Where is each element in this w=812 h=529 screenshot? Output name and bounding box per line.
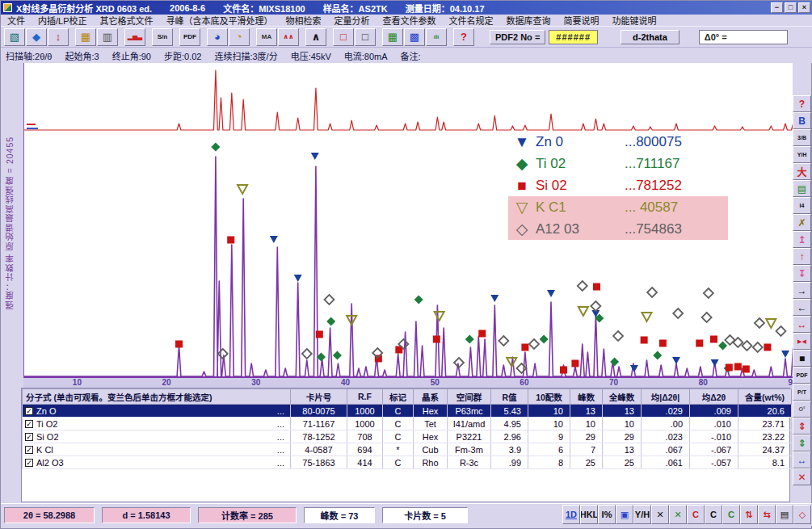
oned-icon[interactable]: 1D [562, 505, 580, 524]
formula-ellipsis: ... [277, 419, 288, 429]
phase-checkbox[interactable]: ✓ [25, 459, 33, 467]
legend-phase-name: Ti 02 [536, 156, 625, 172]
left-arrow-icon[interactable]: ← [793, 299, 811, 316]
pie-chart-icon[interactable]: ◕ [207, 28, 228, 46]
close-button[interactable]: × [798, 2, 810, 13]
h-arrows-blue-icon[interactable]: ↔ [793, 451, 811, 468]
phase-checkbox[interactable]: ✓ [25, 407, 33, 415]
menu-item-1[interactable]: 内插/LP校正 [32, 14, 94, 27]
menu-item-2[interactable]: 其它格式文件 [94, 14, 160, 27]
table-row-zn-o[interactable]: ✓Zn O...80-00751000CHexP63mc5.43101313.0… [23, 405, 792, 418]
marker-diamond-filled [211, 143, 220, 152]
ipercent-icon[interactable]: I% [598, 505, 616, 524]
delta-zero-field[interactable]: Δ0° = [699, 30, 788, 44]
updown-icon[interactable]: ⇅ [740, 505, 758, 524]
x-black-icon[interactable]: ✕ [651, 505, 669, 524]
phase-checkbox[interactable]: ✓ [25, 420, 33, 428]
v-expand-red-icon[interactable]: ⇕ [793, 418, 811, 435]
open-file-icon[interactable]: ▧ [4, 28, 25, 46]
pdf-card-icon[interactable]: PDF [179, 28, 200, 46]
hkl-icon[interactable]: HKL [580, 505, 598, 524]
intensity-icon[interactable]: I4 [793, 197, 811, 214]
pdf-icon[interactable]: PDF [793, 367, 811, 384]
print-icon[interactable]: ▥ [97, 28, 118, 46]
cell-avgabs: .00 [642, 418, 690, 430]
cell-avg: .010 [690, 418, 738, 430]
down-to-bar-icon[interactable]: ↧ [793, 265, 811, 282]
erase-icon[interactable]: ✗ [793, 214, 811, 231]
help-icon[interactable]: ? [453, 28, 474, 46]
table-row-al2-o3[interactable]: ✓Al2 O3...75-1863414CRhoR-3c.9982525.061… [23, 456, 792, 469]
layers-icon[interactable]: ▤ [793, 180, 811, 197]
menu-item-10[interactable]: 功能键说明 [606, 14, 663, 27]
red-frame-icon[interactable]: □ [333, 28, 354, 46]
d-2theta-button[interactable]: d-2thata [621, 30, 679, 44]
pie-chart2-icon[interactable]: ◔ [229, 28, 250, 46]
table-row-si-o2[interactable]: ✓Si O2...78-1252708CHexP32212.9692929.02… [23, 430, 792, 443]
cell-m10: 10 [528, 405, 570, 418]
cell-r: 3.9 [491, 443, 528, 456]
x-green-icon[interactable]: ✕ [669, 505, 687, 524]
up-to-bar-icon[interactable]: ↥ [793, 231, 811, 248]
menu-item-4[interactable]: 物相检索 [280, 14, 328, 27]
x-tick: 30 [251, 378, 260, 387]
smooth-icon[interactable]: S/n [152, 28, 173, 46]
bold-b-icon[interactable]: B [793, 112, 811, 129]
histogram-icon[interactable]: ▂▅▃ [124, 28, 145, 46]
frame-icon[interactable]: □ [355, 28, 376, 46]
formula-ellipsis: ... [277, 432, 288, 442]
phase-legend: ▼Zn 0...800075◆Ti 02...711167■Si 02...78… [508, 131, 728, 240]
legend-row-4[interactable]: ◇A12 03...754863 [508, 218, 728, 240]
c-green-icon[interactable]: C [722, 505, 740, 524]
blue-square-icon[interactable]: ▣ [616, 505, 633, 524]
menu-item-9[interactable]: 简要说明 [557, 14, 606, 27]
diamond-icon[interactable]: ◆ [26, 28, 47, 46]
diamond-icon[interactable]: ◇ [793, 505, 811, 524]
table-row-k-cl[interactable]: ✓K Cl...4-0587694*CubFm-3m3.96713.067-.0… [23, 443, 792, 456]
stop-icon[interactable]: ■ [793, 350, 811, 367]
phase-checkbox[interactable]: ✓ [25, 446, 33, 454]
bowtie-icon[interactable]: ▶◀ [793, 333, 811, 350]
h-expand-icon[interactable]: ↔ [793, 316, 811, 333]
cell-rf: 694 [347, 443, 383, 456]
list-icon[interactable]: ▤ [776, 505, 793, 524]
legend-row-3[interactable]: ▽K C1... 40587 [508, 196, 728, 218]
scan-param-4: 连续扫描:3度/分 [214, 49, 277, 62]
sort-arrows-icon[interactable]: ↕ [48, 28, 69, 46]
up-arrow-icon[interactable]: ↑ [793, 248, 811, 265]
v-expand-green-icon[interactable]: ⇕ [793, 435, 811, 451]
swap-icon[interactable]: ⇆ [758, 505, 776, 524]
legend-row-2[interactable]: ■Si 02...781252 [508, 174, 728, 196]
menu-item-3[interactable]: 寻峰（含本底及平滑处理） [160, 14, 280, 27]
menu-item-6[interactable]: 查看文件参数 [377, 14, 443, 27]
peak-fit-icon[interactable]: ∧∧ [278, 28, 299, 46]
lambda-icon[interactable]: ∧ [305, 28, 326, 46]
c-black-icon[interactable]: C [705, 505, 722, 524]
p-over-t-icon[interactable]: P/T [793, 384, 811, 401]
right-arrow-icon[interactable]: → [793, 282, 811, 299]
ma-icon[interactable]: MA [256, 28, 277, 46]
menu-item-7[interactable]: 文件名规定 [443, 14, 500, 27]
zero-degree-icon[interactable]: O° [793, 401, 811, 418]
save-icon[interactable]: ▦ [75, 28, 96, 46]
y-over-h-icon[interactable]: Y/H [793, 146, 811, 163]
restore-button[interactable]: □ [785, 2, 797, 13]
screen-icon[interactable]: ▩ [404, 28, 425, 46]
table-row-ti-o2[interactable]: ✓Ti O2...71-11671000CTetI41/amd4.9510101… [23, 418, 792, 430]
c-red-icon[interactable]: C [687, 505, 705, 524]
grid-icon[interactable]: ▦ [382, 28, 403, 46]
close-x-icon[interactable]: ✕ [793, 468, 811, 485]
menu-item-0[interactable]: 文件 [1, 14, 32, 27]
minimize-button[interactable]: − [771, 2, 783, 13]
phase-checkbox[interactable]: ✓ [25, 433, 33, 441]
legend-row-0[interactable]: ▼Zn 0...800075 [508, 131, 728, 153]
menu-item-5[interactable]: 定量分析 [328, 14, 377, 27]
menu-item-8[interactable]: 数据库查询 [500, 14, 557, 27]
y-over-h-icon[interactable]: Y/H [633, 505, 651, 524]
bars-icon[interactable]: ılı [426, 28, 447, 46]
help-icon[interactable]: ? [793, 95, 811, 112]
pdf2-input[interactable]: ###### [549, 30, 598, 44]
legend-row-1[interactable]: ◆Ti 02...711167 [508, 153, 728, 174]
three-over-b-icon[interactable]: 3/B [793, 129, 811, 146]
enlarge-icon[interactable]: 大 [793, 163, 811, 180]
